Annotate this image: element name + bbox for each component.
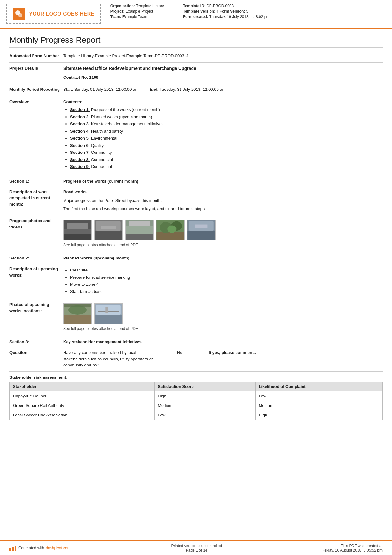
automated-form-row: Automated Form Number Template Library-E… [9, 53, 383, 59]
section3-heading-row: Section 3: Key stakeholder management in… [9, 340, 383, 344]
photos-row-s1 [63, 220, 383, 240]
table-row: Green Square Rail Authority Medium Mediu… [10, 401, 383, 410]
svg-rect-15 [156, 232, 184, 240]
org-field: Organisation: Template Library [110, 4, 164, 8]
table-row: Happyville Council High Low [10, 391, 383, 401]
question-row: Question Have any concerns been raised b… [9, 350, 383, 368]
section5-link[interactable]: Section 5: [70, 136, 90, 140]
svg-rect-13 [129, 221, 150, 226]
likelihood-complaint: Medium [255, 401, 382, 410]
monthly-period-value: Start: Sunday, 01 July 2018, 12:00:00 am… [63, 86, 383, 93]
section8-link[interactable]: Section 8: [70, 157, 90, 162]
upcoming-works-list: Clear site Prepare for road service mark… [63, 267, 383, 295]
svg-rect-24 [64, 315, 91, 324]
upcoming-works-row: Description of upcoming works: Clear sit… [9, 266, 383, 296]
section2-link[interactable]: Section 2: [70, 115, 90, 119]
list-item: Section 1: Progress of the works (curren… [70, 107, 383, 113]
section7-link[interactable]: Section 7: [70, 150, 90, 155]
section1-title: Progress of the works (current month) [63, 179, 383, 184]
list-item: Section 7: Community [70, 149, 383, 156]
list-item: Section 5: Environmental [70, 135, 383, 141]
section2-heading-row: Section 2: Planned works (upcoming month… [9, 256, 383, 260]
footer-link[interactable]: dashpivot.com [46, 546, 70, 550]
list-item: Prepare for road service marking [70, 274, 383, 281]
col-satisfaction: Satisfaction Score [155, 382, 255, 391]
stakeholder-table: Stakeholder Satisfaction Score Likelihoo… [9, 382, 383, 420]
section3-title: Key stakeholder management initiatives [63, 340, 383, 344]
photo-thumb [63, 220, 92, 240]
section2-label: Section 2: [9, 256, 63, 260]
work-description-row: Description of work completed in current… [9, 189, 383, 212]
svg-rect-12 [126, 226, 153, 234]
satisfaction-score: Medium [155, 401, 255, 410]
footer-right: This PDF was created at Friday, 10 Augus… [323, 544, 383, 552]
svg-rect-31 [105, 307, 108, 313]
svg-rect-5 [67, 223, 88, 229]
likelihood-complaint: Low [255, 391, 382, 401]
svg-rect-9 [101, 226, 116, 229]
svg-rect-33 [12, 547, 14, 551]
header-meta-left: Organisation: Template Library Project: … [110, 4, 164, 24]
template-id-field: Template ID: DP-PROD-0003 [183, 4, 270, 8]
section1-link[interactable]: Section 1: [70, 107, 90, 112]
svg-rect-32 [9, 548, 11, 551]
section2-title: Planned works (upcoming month) [63, 256, 383, 260]
section3-label: Section 3: [9, 340, 63, 344]
section4-link[interactable]: Section 4: [70, 129, 90, 134]
photo-thumb [156, 220, 185, 240]
photo-thumb [94, 303, 123, 324]
svg-rect-28 [95, 315, 122, 324]
stakeholder-table-title: Stakeholder risk assessment: [9, 375, 383, 380]
svg-rect-34 [15, 546, 16, 551]
list-item: Section 4: Health and safety [70, 128, 383, 134]
list-item: Start tarmac base [70, 289, 383, 295]
list-item: Section 8: Commercial [70, 157, 383, 163]
photo-thumb [94, 220, 123, 240]
satisfaction-score: High [155, 391, 255, 401]
photo-thumb [63, 303, 92, 324]
template-version-field: Template Version: 4 Form Version: 5 [183, 9, 270, 14]
overview-row: Overview: Contents: Section 1: Progress … [9, 99, 383, 171]
footer-generated-text: Generated with [18, 546, 44, 550]
progress-photos-row: Progress photos and videos [9, 218, 383, 248]
svg-point-18 [167, 225, 176, 233]
header-meta: Organisation: Template Library Project: … [110, 4, 383, 24]
section9-link[interactable]: Section 9: [70, 164, 90, 169]
question-value: Have any concerns been raised by local s… [63, 350, 383, 368]
work-description-value: Road works Major progress on the Peter S… [63, 189, 383, 212]
list-item: Move to Zone 4 [70, 281, 383, 288]
satisfaction-score: Low [155, 410, 255, 420]
photo-thumb [125, 220, 154, 240]
upcoming-works-value: Clear site Prepare for road service mark… [63, 266, 383, 296]
monthly-period-row: Monthly Period Reporting Start: Sunday, … [9, 86, 383, 93]
section6-link[interactable]: Section 6: [70, 143, 90, 148]
automated-form-label: Automated Form Number [9, 53, 63, 59]
photo-thumb [187, 220, 216, 240]
logo-icon [13, 8, 25, 20]
project-field: Project: Example Project [110, 9, 164, 14]
list-item: Section 9: Contractual [70, 164, 383, 170]
project-details-label: Project Details [9, 65, 63, 81]
svg-rect-20 [187, 231, 215, 240]
likelihood-complaint: High [255, 410, 382, 420]
stakeholder-name: Green Square Rail Authority [10, 401, 155, 410]
progress-photos-label: Progress photos and videos [9, 218, 63, 248]
table-row: Local Soccer Dad Association Low High [10, 410, 383, 420]
svg-point-1 [18, 13, 22, 17]
team-field: Team: Example Team [110, 15, 164, 19]
progress-photos-value: See full page photos attached at end of … [63, 218, 383, 248]
footer: Generated with dashpivot.com Printed ver… [0, 540, 392, 555]
header: YOUR LOGO GOES HERE Organisation: Templa… [0, 0, 392, 29]
contents-list: Section 1: Progress of the works (curren… [63, 107, 383, 170]
overview-value: Contents: Section 1: Progress of the wor… [63, 99, 383, 171]
monthly-period-label: Monthly Period Reporting [9, 86, 63, 93]
project-details-row: Project Details Sitemate Head Office Red… [9, 65, 383, 81]
section3-link[interactable]: Section 3: [70, 122, 90, 126]
photos-row-s2 [63, 303, 383, 324]
svg-rect-4 [64, 229, 91, 234]
section1-label: Section 1: [9, 179, 63, 184]
col-likelihood: Likelihood of Complaint [255, 382, 382, 391]
upcoming-works-label: Description of upcoming works: [9, 266, 63, 296]
svg-rect-22 [195, 225, 208, 228]
list-item: Section 6: Quality [70, 142, 383, 149]
